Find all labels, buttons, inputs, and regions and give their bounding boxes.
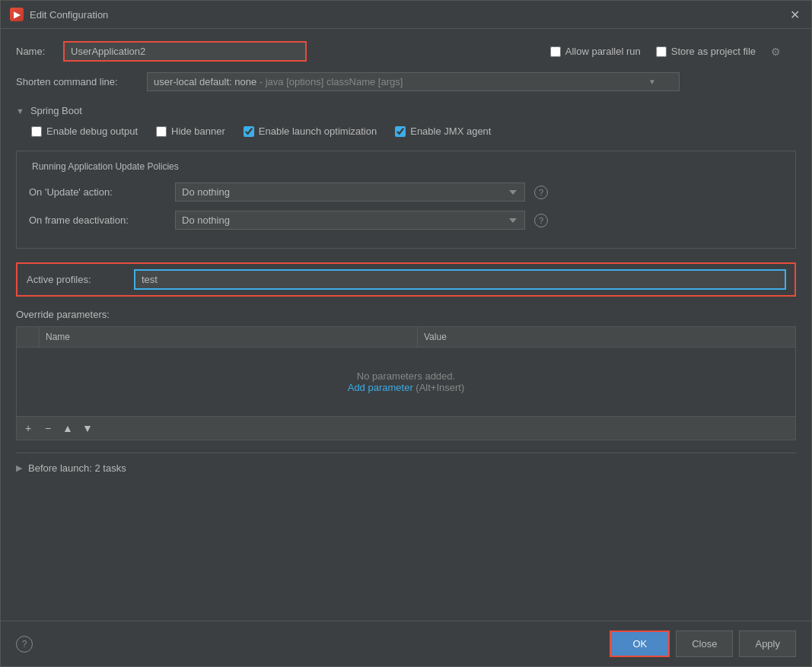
before-launch-label: Before launch: 2 tasks [28,462,126,474]
name-input[interactable] [63,41,307,62]
apply-button[interactable]: Apply [739,630,796,657]
enable-launch-opt-label: Enable launch optimization [259,125,377,137]
store-project-option[interactable]: Store as project file [656,46,756,57]
active-profiles-label: Active profiles: [27,274,126,285]
update-action-select[interactable]: Do nothing Update classes and resources … [175,183,525,202]
spring-boot-options: Enable debug output Hide banner Enable l… [16,125,796,137]
shorten-command-select-wrap: user-local default: none - java [options… [147,72,680,91]
enable-jmx-option[interactable]: Enable JMX agent [395,125,491,137]
add-parameter-link[interactable]: Add parameter [348,382,413,393]
enable-launch-opt-checkbox[interactable] [244,126,254,137]
dialog-footer: ? OK Close Apply [1,621,811,666]
close-dialog-button[interactable]: ✕ [787,7,802,22]
hide-banner-option[interactable]: Hide banner [156,125,225,137]
hide-banner-label: Hide banner [171,125,225,137]
override-parameters-section: Override parameters: Name Value No param… [16,309,796,440]
name-label: Name: [16,46,54,57]
spring-boot-title: Spring Boot [30,105,82,116]
update-action-label: On 'Update' action: [29,186,166,198]
frame-deactivation-help-icon[interactable]: ? [534,214,548,227]
running-policies-title: Running Application Update Policies [29,161,182,172]
update-action-row: On 'Update' action: Do nothing Update cl… [29,183,783,202]
edit-configuration-dialog: ▶ Edit Configuration ✕ Name: Allow paral… [0,0,812,667]
enable-launch-opt-option[interactable]: Enable launch optimization [244,125,377,137]
params-table: Name Value No parameters added. Add para… [16,326,796,440]
frame-deactivation-row: On frame deactivation: Do nothing Update… [29,211,783,230]
close-button[interactable]: Close [676,630,733,657]
params-toolbar: + − ▲ ▼ [17,416,795,440]
active-profiles-section: Active profiles: [16,262,796,297]
params-table-header: Name Value [17,327,795,348]
running-policies-section: Running Application Update Policies On '… [16,151,796,249]
dialog-content: Name: Allow parallel run Store as projec… [1,29,811,621]
store-project-checkbox[interactable] [656,46,667,57]
parallel-run-checkbox[interactable] [550,46,561,57]
enable-debug-option[interactable]: Enable debug output [31,125,138,137]
dropdown-arrow-icon: ▼ [648,78,656,86]
move-up-button[interactable]: ▲ [59,420,76,437]
enable-debug-label: Enable debug output [46,125,138,137]
params-col-check [17,327,40,347]
help-button[interactable]: ? [16,636,33,653]
name-row: Name: Allow parallel run Store as projec… [16,41,796,62]
ok-button[interactable]: OK [610,630,670,657]
before-launch-expand-icon[interactable]: ▶ [16,463,22,473]
params-empty-state: No parameters added. Add parameter (Alt+… [17,348,795,416]
override-parameters-title: Override parameters: [16,309,796,320]
shorten-command-value: user-local default: none - java [options… [154,76,403,87]
add-param-row: Add parameter (Alt+Insert) [40,382,772,393]
add-param-hint: (Alt+Insert) [413,382,465,393]
title-bar: ▶ Edit Configuration ✕ [1,1,811,29]
gear-icon[interactable]: ⚙ [771,46,781,58]
hide-banner-checkbox[interactable] [156,126,167,137]
params-col-name-header: Name [40,327,418,347]
enable-jmx-checkbox[interactable] [395,126,406,137]
remove-param-button[interactable]: − [40,420,56,437]
no-params-message: No parameters added. [40,370,772,382]
name-options: Allow parallel run Store as project file… [550,46,781,58]
frame-deactivation-select[interactable]: Do nothing Update classes and resources … [175,211,525,230]
shorten-command-row: Shorten command line: user-local default… [16,72,796,91]
parallel-run-label: Allow parallel run [565,46,641,57]
update-action-help-icon[interactable]: ? [534,186,548,199]
shorten-command-select[interactable]: user-local default: none - java [options… [147,72,680,91]
spring-boot-section-header: ▼ Spring Boot [16,105,796,116]
collapse-arrow-icon[interactable]: ▼ [16,106,24,116]
frame-deactivation-label: On frame deactivation: [29,214,166,226]
parallel-run-option[interactable]: Allow parallel run [550,46,641,57]
store-project-label: Store as project file [671,46,756,57]
dialog-title: Edit Configuration [30,9,781,21]
app-icon: ▶ [10,8,24,21]
shorten-command-label: Shorten command line: [16,76,138,87]
enable-debug-checkbox[interactable] [31,126,42,137]
move-down-button[interactable]: ▼ [79,420,96,437]
before-launch-section: ▶ Before launch: 2 tasks [16,453,796,483]
params-col-value-header: Value [418,327,795,347]
add-param-button[interactable]: + [20,420,37,437]
enable-jmx-label: Enable JMX agent [410,125,491,137]
footer-buttons: OK Close Apply [610,630,796,657]
active-profiles-input[interactable] [135,270,785,289]
